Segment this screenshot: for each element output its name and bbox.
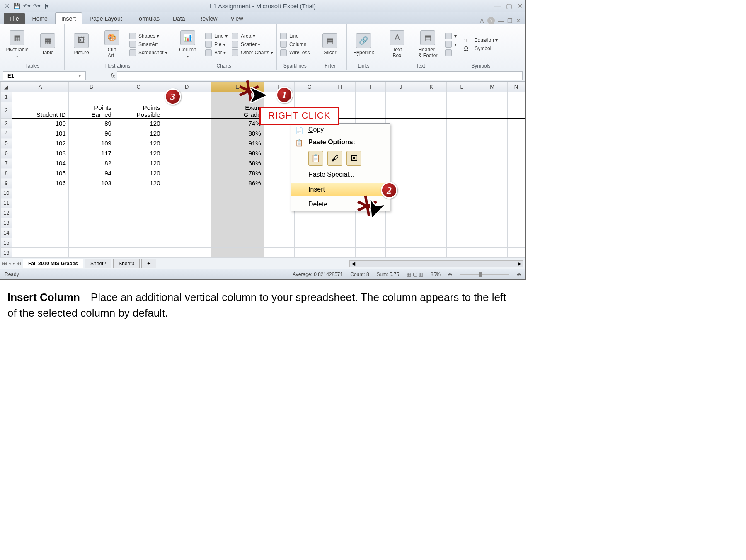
cell[interactable]: [477, 198, 507, 208]
cell[interactable]: [507, 138, 525, 148]
cell[interactable]: 103: [12, 148, 68, 158]
cell[interactable]: [386, 198, 416, 208]
cell[interactable]: [446, 238, 477, 248]
row-10[interactable]: 10: [1, 188, 525, 198]
cell[interactable]: [507, 218, 525, 228]
row-header-6[interactable]: 6: [1, 148, 12, 158]
row-header-5[interactable]: 5: [1, 138, 12, 148]
header-footer-button[interactable]: ▤Header & Footer: [414, 30, 441, 58]
cell[interactable]: [163, 198, 211, 208]
cell[interactable]: 98%: [211, 148, 264, 158]
col-header-c[interactable]: C: [114, 82, 163, 92]
cell[interactable]: [416, 168, 446, 178]
cell[interactable]: 102: [12, 138, 68, 148]
paste-option-2-icon[interactable]: 🖌: [327, 151, 342, 166]
sparkline-line-button[interactable]: Line: [280, 33, 310, 39]
minimize-icon[interactable]: —: [494, 2, 501, 10]
cell[interactable]: [163, 228, 211, 238]
area-chart-button[interactable]: Area ▾: [232, 33, 273, 39]
redo-icon[interactable]: ↷▾: [33, 2, 41, 10]
cell[interactable]: [114, 198, 163, 208]
row-header-16[interactable]: 16: [1, 248, 12, 258]
cell[interactable]: [477, 92, 507, 102]
sparkline-winloss-button[interactable]: Win/Loss: [280, 49, 310, 56]
sparkline-column-button[interactable]: Column: [280, 41, 310, 48]
cell[interactable]: [355, 228, 385, 238]
save-icon[interactable]: 💾: [13, 2, 21, 10]
cell[interactable]: [416, 178, 446, 188]
cell[interactable]: [163, 178, 211, 188]
name-box[interactable]: E1▾: [3, 71, 86, 80]
cell[interactable]: [507, 128, 525, 138]
scatter-chart-button[interactable]: Scatter ▾: [232, 41, 273, 48]
cell[interactable]: [477, 188, 507, 198]
cell[interactable]: [355, 92, 385, 102]
cell[interactable]: 120: [114, 168, 163, 178]
row-4[interactable]: 41019612080%: [1, 128, 525, 138]
cell[interactable]: [507, 238, 525, 248]
cell[interactable]: [163, 188, 211, 198]
formula-input[interactable]: [117, 71, 523, 80]
cell[interactable]: [386, 102, 416, 119]
cell[interactable]: [507, 119, 525, 128]
tab-formulas[interactable]: Formulas: [130, 13, 165, 24]
maximize-icon[interactable]: ▢: [506, 2, 512, 10]
cell[interactable]: [163, 168, 211, 178]
cell[interactable]: [507, 248, 525, 258]
cell[interactable]: [12, 92, 68, 102]
pie-chart-button[interactable]: Pie ▾: [205, 41, 228, 48]
cell[interactable]: 89: [68, 119, 114, 128]
cell[interactable]: [294, 218, 325, 228]
cell[interactable]: 109: [68, 138, 114, 148]
cell[interactable]: [12, 198, 68, 208]
cell[interactable]: [477, 248, 507, 258]
cell[interactable]: [294, 228, 325, 238]
col-header-i[interactable]: I: [355, 82, 385, 92]
tab-page-layout[interactable]: Page Layout: [84, 13, 128, 24]
cell[interactable]: Student ID: [12, 102, 68, 119]
doc-minimize-icon[interactable]: —: [498, 17, 504, 24]
cell[interactable]: [416, 128, 446, 138]
cell[interactable]: 120: [114, 128, 163, 138]
cell[interactable]: Exam Grade: [211, 102, 264, 119]
cell[interactable]: [416, 238, 446, 248]
equation-button[interactable]: π Equation ▾: [464, 37, 498, 44]
slicer-button[interactable]: ▤Slicer: [317, 33, 343, 56]
cell[interactable]: [163, 238, 211, 248]
row-6[interactable]: 610311712098%: [1, 148, 525, 158]
cell[interactable]: [446, 119, 477, 128]
cell[interactable]: 86%: [211, 178, 264, 188]
cell[interactable]: [507, 102, 525, 119]
cell[interactable]: [12, 238, 68, 248]
cell[interactable]: [264, 228, 294, 238]
cell[interactable]: [264, 158, 294, 168]
hscroll[interactable]: ◀▶: [349, 260, 523, 267]
cell[interactable]: 100: [12, 119, 68, 128]
hyperlink-button[interactable]: 🔗Hyperlink: [350, 33, 377, 56]
row-5[interactable]: 510210912091%: [1, 138, 525, 148]
row-9[interactable]: 910610312086%: [1, 178, 525, 188]
cell[interactable]: [446, 168, 477, 178]
cell[interactable]: [446, 228, 477, 238]
cell[interactable]: [386, 119, 416, 128]
cell[interactable]: 91%: [211, 138, 264, 148]
other-charts-button[interactable]: Other Charts ▾: [232, 49, 273, 56]
close-icon[interactable]: ✕: [517, 2, 523, 10]
cell[interactable]: 74%: [211, 119, 264, 128]
cell[interactable]: [264, 248, 294, 258]
object-button[interactable]: [445, 49, 457, 56]
cell[interactable]: [12, 188, 68, 198]
cell[interactable]: [114, 218, 163, 228]
cell[interactable]: [68, 228, 114, 238]
sheet-tab-2[interactable]: Sheet2: [85, 259, 111, 268]
row-11[interactable]: 11: [1, 198, 525, 208]
cell[interactable]: [68, 188, 114, 198]
cell[interactable]: [294, 248, 325, 258]
cell[interactable]: [446, 92, 477, 102]
shapes-button[interactable]: Shapes ▾: [129, 33, 167, 39]
cell[interactable]: [264, 208, 294, 218]
cell[interactable]: [211, 228, 264, 238]
doc-close-icon[interactable]: ✕: [516, 17, 521, 24]
row-15[interactable]: 15: [1, 238, 525, 248]
cell[interactable]: [446, 248, 477, 258]
